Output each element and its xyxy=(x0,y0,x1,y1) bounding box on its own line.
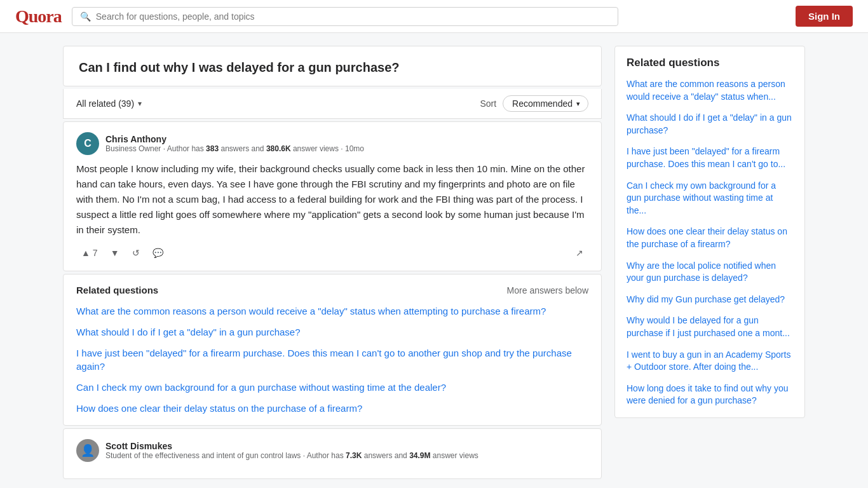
sort-value: Recommended xyxy=(512,98,573,109)
reshare-button[interactable]: ↺ xyxy=(127,245,145,261)
all-related-label: All related (39) xyxy=(76,98,134,109)
chevron-down-icon: ▾ xyxy=(138,99,142,108)
author-row-2: 👤 Scott Dismukes Student of the effectiv… xyxy=(76,439,588,462)
answer-card: C Chris Anthony Business Owner · Author … xyxy=(63,121,602,271)
downvote-icon: ▼ xyxy=(111,248,119,258)
sidebar-link-6[interactable]: Why are the local police notified when y… xyxy=(627,260,793,285)
question-card: Can I find out why I was delayed for a g… xyxy=(63,46,602,86)
sidebar-link-3[interactable]: I have just been "delayed" for a firearm… xyxy=(627,146,793,170)
page-layout: Can I find out why I was delayed for a g… xyxy=(53,33,815,488)
search-bar[interactable]: 🔍 xyxy=(72,7,618,26)
avatar: C xyxy=(76,132,99,155)
sidebar-link-2[interactable]: What should I do if I get a "delay" in a… xyxy=(627,112,793,137)
downvote-button[interactable]: ▼ xyxy=(105,245,125,261)
sort-chevron-icon: ▾ xyxy=(576,100,580,108)
list-item[interactable]: How does one clear their delay status on… xyxy=(76,402,588,415)
sidebar-card: Related questions What are the common re… xyxy=(614,46,805,418)
question-title: Can I find out why I was delayed for a g… xyxy=(79,59,586,76)
search-input[interactable] xyxy=(96,11,610,22)
action-row: ▲ 7 ▼ ↺ 💬 ↗ xyxy=(76,245,588,261)
author-row: C Chris Anthony Business Owner · Author … xyxy=(76,132,588,155)
answer-body: Most people I know including my wife, th… xyxy=(76,161,588,238)
comment-button[interactable]: 💬 xyxy=(147,245,168,261)
sign-in-button[interactable]: Sign In xyxy=(796,6,853,27)
sidebar-title: Related questions xyxy=(627,57,793,69)
sort-label: Sort xyxy=(480,98,496,109)
list-item[interactable]: Can I check my own background for a gun … xyxy=(76,381,588,394)
share-button[interactable]: ↗ xyxy=(571,245,588,261)
related-inline-title: Related questions xyxy=(76,285,158,295)
author-info: Chris Anthony Business Owner · Author ha… xyxy=(105,134,364,153)
related-inline-list: What are the common reasons a person wou… xyxy=(76,304,588,415)
upvote-icon: ▲ xyxy=(81,248,90,258)
second-answer-card: 👤 Scott Dismukes Student of the effectiv… xyxy=(63,428,602,479)
author-name-2[interactable]: Scott Dismukes xyxy=(105,441,478,451)
all-related-filter[interactable]: All related (39) ▾ xyxy=(76,98,142,109)
sidebar-link-7[interactable]: Why did my Gun purchase get delayed? xyxy=(627,294,793,306)
list-item[interactable]: What are the common reasons a person wou… xyxy=(76,304,588,318)
search-icon: 🔍 xyxy=(80,11,91,22)
related-inline-header: Related questions More answers below xyxy=(76,285,588,295)
author-meta-2: Student of the effectiveness and intent … xyxy=(105,451,478,460)
upvote-count: 7 xyxy=(93,248,98,258)
sidebar-link-4[interactable]: Can I check my own background for a gun … xyxy=(627,180,793,217)
share-icon: ↗ xyxy=(576,248,583,258)
main-column: Can I find out why I was delayed for a g… xyxy=(63,46,602,482)
avatar-2: 👤 xyxy=(76,439,99,462)
sidebar-link-9[interactable]: I went to buy a gun in an Academy Sports… xyxy=(627,349,793,374)
author-name[interactable]: Chris Anthony xyxy=(105,134,364,144)
author-info-2: Scott Dismukes Student of the effectiven… xyxy=(105,441,478,460)
more-answers-label: More answers below xyxy=(507,285,588,295)
upvote-button[interactable]: ▲ 7 xyxy=(76,245,103,261)
reshare-icon: ↺ xyxy=(132,248,140,258)
sort-area: Sort Recommended ▾ xyxy=(480,95,588,112)
sidebar-link-8[interactable]: Why would I be delayed for a gun purchas… xyxy=(627,315,793,339)
sort-dropdown[interactable]: Recommended ▾ xyxy=(503,95,588,112)
sidebar-link-10[interactable]: How long does it take to find out why yo… xyxy=(627,383,793,407)
list-item[interactable]: What should I do if I get a "delay" in a… xyxy=(76,325,588,339)
quora-logo[interactable]: Quora xyxy=(15,6,62,27)
sidebar: Related questions What are the common re… xyxy=(614,46,805,482)
author-meta: Business Owner · Author has 383 answers … xyxy=(105,144,364,153)
filter-bar: All related (39) ▾ Sort Recommended ▾ xyxy=(63,89,602,119)
sidebar-link-5[interactable]: How does one clear their delay status on… xyxy=(627,226,793,250)
sidebar-link-1[interactable]: What are the common reasons a person wou… xyxy=(627,78,793,103)
header: Quora 🔍 Sign In xyxy=(0,0,868,33)
list-item[interactable]: I have just been "delayed" for a firearm… xyxy=(76,346,588,373)
related-questions-inline: Related questions More answers below Wha… xyxy=(63,274,602,426)
comment-icon: 💬 xyxy=(153,248,163,258)
